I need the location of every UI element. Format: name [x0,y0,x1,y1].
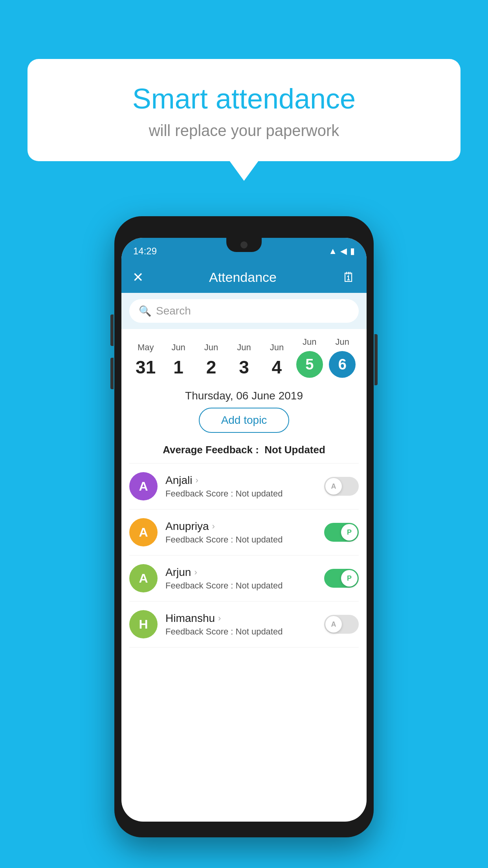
add-topic-button[interactable]: Add topic [199,408,290,433]
toggle-anjali[interactable]: A [324,477,359,496]
toggle-knob-anupriya: P [341,524,358,541]
app-bar: ✕ Attendance 🗓 [121,261,367,293]
student-info-himanshu: Himanshu › Feedback Score : Not updated [165,612,316,637]
chevron-anjali: › [195,475,198,485]
close-icon[interactable]: ✕ [132,269,143,285]
cal-date-0: 31 [136,357,156,378]
toggle-knob-anjali: A [325,478,342,495]
toggle-arjun[interactable]: P [324,569,359,588]
selected-date-label: Thursday, 06 June 2019 [121,382,367,408]
student-feedback-arjun: Feedback Score : Not updated [165,581,316,591]
search-bar-container: 🔍 Search [121,293,367,329]
student-info-anjali: Anjali › Feedback Score : Not updated [165,474,316,499]
phone-screen: 14:29 ▲ ◀ ▮ ✕ Attendance 🗓 🔍 [121,238,367,822]
phone-body: 14:29 ▲ ◀ ▮ ✕ Attendance 🗓 🔍 [114,216,374,837]
chevron-arjun: › [194,567,197,577]
signal-icon: ◀ [340,246,347,256]
front-camera [240,241,248,248]
avatar-himanshu: H [129,610,158,638]
student-name-himanshu[interactable]: Himanshu › [165,612,316,625]
status-icons: ▲ ◀ ▮ [328,246,355,256]
student-feedback-anupriya: Feedback Score : Not updated [165,535,316,545]
cal-month-3: Jun [237,342,251,353]
avg-feedback: Average Feedback : Not Updated [121,439,367,463]
student-feedback-anjali: Feedback Score : Not updated [165,489,316,499]
student-row-anupriya: A Anupriya › Feedback Score : Not update… [121,509,367,555]
avg-feedback-label: Average Feedback : [163,444,259,456]
cal-month-4: Jun [270,342,284,353]
calendar-day-2[interactable]: Jun 2 [198,342,225,378]
search-icon: 🔍 [139,305,151,317]
student-row-himanshu: H Himanshu › Feedback Score : Not update… [121,601,367,647]
student-name-arjun[interactable]: Arjun › [165,566,316,579]
toggle-himanshu[interactable]: A [324,615,359,634]
cal-month-5: Jun [303,337,316,347]
add-topic-container: Add topic [121,408,367,439]
calendar-day-1[interactable]: Jun 1 [165,342,192,378]
calendar-day-3[interactable]: Jun 3 [230,342,258,378]
status-time: 14:29 [133,246,157,257]
student-row-arjun: A Arjun › Feedback Score : Not updated P [121,555,367,601]
cal-month-2: Jun [204,342,218,353]
speech-bubble: Smart attendance will replace your paper… [28,59,460,161]
cal-date-5: 5 [296,351,323,378]
volume-down-button [110,358,114,389]
student-info-anupriya: Anupriya › Feedback Score : Not updated [165,520,316,545]
student-feedback-himanshu: Feedback Score : Not updated [165,627,316,637]
avatar-anupriya: A [129,518,158,546]
toggle-knob-arjun: P [341,570,358,587]
app-bar-title: Attendance [209,270,277,285]
calendar-day-0[interactable]: May 31 [132,342,160,378]
cal-month-6: Jun [335,337,349,347]
search-placeholder: Search [156,305,191,317]
calendar-icon[interactable]: 🗓 [342,270,356,285]
student-row-anjali: A Anjali › Feedback Score : Not updated … [121,463,367,509]
chevron-himanshu: › [218,613,221,623]
cal-date-1: 1 [173,357,183,378]
student-name-anupriya[interactable]: Anupriya › [165,520,316,533]
battery-icon: ▮ [350,246,355,256]
calendar-day-6[interactable]: Jun 6 [328,337,356,378]
notch [226,238,262,252]
chevron-anupriya: › [212,521,215,531]
search-bar[interactable]: 🔍 Search [129,299,359,323]
volume-up-button [110,314,114,346]
cal-date-2: 2 [206,357,216,378]
toggle-anupriya[interactable]: P [324,523,359,542]
wifi-icon: ▲ [328,246,337,256]
cal-month-0: May [138,342,154,353]
student-name-anjali[interactable]: Anjali › [165,474,316,487]
avatar-anjali: A [129,472,158,500]
power-button [374,334,378,385]
cal-date-6: 6 [329,351,356,378]
toggle-knob-himanshu: A [325,616,342,633]
cal-date-4: 4 [272,357,282,378]
cal-date-3: 3 [239,357,249,378]
avg-feedback-value: Not Updated [264,444,325,456]
calendar-day-4[interactable]: Jun 4 [263,342,290,378]
cal-month-1: Jun [171,342,185,353]
screen-content: ✕ Attendance 🗓 🔍 Search May 31 [121,261,367,822]
bubble-subtitle: will replace your paperwork [47,122,441,140]
student-info-arjun: Arjun › Feedback Score : Not updated [165,566,316,591]
speech-bubble-container: Smart attendance will replace your paper… [28,59,460,161]
phone-wrapper: 14:29 ▲ ◀ ▮ ✕ Attendance 🗓 🔍 [114,216,374,837]
calendar-row: May 31 Jun 1 Jun 2 Jun [121,329,367,382]
avatar-arjun: A [129,564,158,592]
calendar-day-5[interactable]: Jun 5 [296,337,323,378]
bubble-title: Smart attendance [47,83,441,115]
divider-4 [129,647,359,647]
